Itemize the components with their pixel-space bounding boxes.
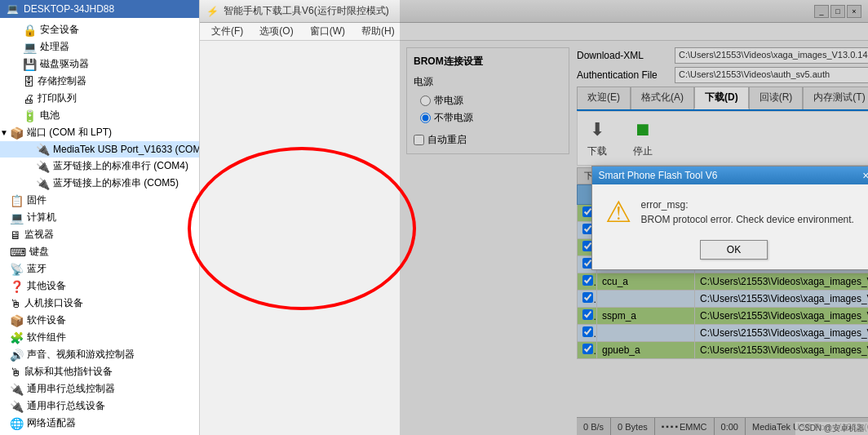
tree-item-label: 蓝牙 bbox=[27, 262, 46, 276]
tree-item-icon: 📦 bbox=[10, 314, 24, 327]
tree-item-label: 通用串行总线设备 bbox=[27, 399, 105, 413]
tree-item-icon: 🔊 bbox=[10, 348, 24, 362]
tree-item-icon: 🔌 bbox=[10, 400, 24, 413]
tree-item[interactable]: 🔌MediaTek USB Port_V1633 (COM3) bbox=[0, 141, 199, 158]
tree-item-icon: 🔌 bbox=[36, 143, 50, 156]
tree-item[interactable]: 🔌通用串行总线控制器 bbox=[0, 380, 199, 397]
tree-item[interactable]: 📦软件设备 bbox=[0, 312, 199, 329]
tree-item[interactable]: 🔌通用串行总线设备 bbox=[0, 397, 199, 415]
menu-item[interactable]: 文件(F) bbox=[206, 24, 248, 39]
tree-item-icon: 🖥 bbox=[10, 229, 21, 242]
menu-item[interactable]: 帮助(H) bbox=[356, 24, 400, 39]
device-manager-header: 💻 DESKTOP-34JHD88 bbox=[0, 0, 199, 18]
tree-item-label: MediaTek USB Port_V1633 (COM3) bbox=[53, 144, 199, 155]
warning-icon: ⚠ bbox=[605, 198, 631, 227]
tree-item-icon: 🔌 bbox=[36, 177, 50, 190]
dialog-title: Smart Phone Flash Tool V6 bbox=[599, 170, 718, 181]
tree-item-label: 蓝牙链接上的标准串行 (COM4) bbox=[53, 159, 188, 173]
tree-item-icon: 📋 bbox=[10, 194, 24, 207]
tree-item-icon: 📦 bbox=[10, 127, 24, 140]
tree-item-label: 监视器 bbox=[24, 228, 54, 242]
tree-item-label: 软件设备 bbox=[27, 313, 66, 327]
tree-item-icon: 💻 bbox=[10, 211, 24, 224]
dialog-footer: OK bbox=[592, 233, 869, 269]
tree-item-label: 安全设备 bbox=[40, 23, 79, 37]
tree-item-icon: 📡 bbox=[10, 263, 24, 276]
tree-item-label: 计算机 bbox=[27, 211, 56, 224]
tree-item[interactable]: ▼📦端口 (COM 和 LPT) bbox=[0, 124, 199, 141]
tree-item-label: 其他设备 bbox=[27, 279, 66, 293]
tree-item[interactable]: 🖱鼠标和其他指针设备 bbox=[0, 363, 199, 380]
error-dialog: Smart Phone Flash Tool V6 × ⚠ error_msg:… bbox=[591, 166, 869, 270]
computer-icon: 💻 bbox=[7, 3, 19, 15]
tree-item-label: 电池 bbox=[40, 109, 60, 122]
tree-item-icon: 🧩 bbox=[10, 331, 24, 344]
tree-item[interactable]: 📋固件 bbox=[0, 192, 199, 209]
device-tree[interactable]: 🔒安全设备💻处理器💾磁盘驱动器🗄存储控制器🖨打印队列🔋电池▼📦端口 (COM 和… bbox=[0, 18, 199, 430]
tree-item[interactable]: ❓其他设备 bbox=[0, 277, 199, 295]
dialog-message-line1: error_msg: bbox=[641, 198, 854, 212]
device-manager-panel: 💻 DESKTOP-34JHD88 🔒安全设备💻处理器💾磁盘驱动器🗄存储控制器🖨… bbox=[0, 0, 200, 435]
main-window: ⚡ 智能手机下载工具V6(运行时限控模式) _ □ × 文件(F)选项(O)窗口… bbox=[200, 0, 868, 435]
tree-item-label: 通用串行总线控制器 bbox=[27, 382, 115, 396]
tree-item-label: 固件 bbox=[27, 193, 46, 207]
tree-item[interactable]: 🗄存储控制器 bbox=[0, 73, 199, 90]
tree-item[interactable]: 🔒安全设备 bbox=[0, 21, 199, 38]
app-icon: ⚡ bbox=[206, 6, 219, 17]
dialog-message-line2: BROM protocol error. Check device enviro… bbox=[641, 212, 854, 227]
tree-item-icon: 🖱 bbox=[10, 297, 21, 310]
tree-item[interactable]: 🔊声音、视频和游戏控制器 bbox=[0, 346, 199, 363]
tree-item-label: 端口 (COM 和 LPT) bbox=[27, 126, 112, 140]
tree-item-icon: 💻 bbox=[23, 41, 37, 54]
dialog-close-button[interactable]: × bbox=[862, 170, 868, 181]
tree-item-icon: 🗄 bbox=[23, 75, 34, 88]
tree-item-label: 鼠标和其他指针设备 bbox=[24, 365, 113, 379]
tree-item[interactable]: 💻处理器 bbox=[0, 38, 199, 55]
tree-item-icon: 🔌 bbox=[36, 160, 50, 173]
tree-item[interactable]: 🖱人机接口设备 bbox=[0, 295, 199, 312]
tree-item-label: 打印队列 bbox=[38, 91, 77, 105]
tree-item-label: 软件组件 bbox=[27, 331, 66, 344]
tree-item[interactable]: 💻计算机 bbox=[0, 209, 199, 226]
device-manager-title: DESKTOP-34JHD88 bbox=[24, 3, 114, 15]
tree-item[interactable]: 🔋电池 bbox=[0, 107, 199, 124]
tree-item[interactable]: 🌐网络适配器 bbox=[0, 415, 199, 430]
tree-item[interactable]: 💾磁盘驱动器 bbox=[0, 55, 199, 73]
tree-item-icon: 🖱 bbox=[10, 366, 21, 379]
tree-item-label: 键盘 bbox=[29, 245, 49, 259]
dialog-titlebar: Smart Phone Flash Tool V6 × bbox=[592, 166, 869, 184]
tree-item[interactable]: 🖨打印队列 bbox=[0, 90, 199, 107]
tree-item-label: 人机接口设备 bbox=[24, 296, 83, 310]
tree-item-icon: 🌐 bbox=[10, 417, 24, 430]
tree-item[interactable]: 🔌蓝牙链接上的标准串行 (COM4) bbox=[0, 158, 199, 175]
tree-item-icon: ❓ bbox=[10, 280, 24, 293]
dialog-body: ⚠ error_msg: BROM protocol error. Check … bbox=[592, 184, 869, 233]
tree-item-label: 磁盘驱动器 bbox=[40, 57, 89, 71]
tree-item-icon: 🔒 bbox=[23, 24, 37, 37]
tree-item-label: 网络适配器 bbox=[27, 416, 76, 430]
tree-item-label: 处理器 bbox=[40, 40, 69, 54]
tree-item-icon: 🔌 bbox=[10, 383, 24, 396]
tree-item-icon: ⌨ bbox=[10, 246, 26, 259]
dialog-ok-button[interactable]: OK bbox=[700, 240, 768, 260]
tree-item[interactable]: 🧩软件组件 bbox=[0, 329, 199, 346]
tree-item-label: 声音、视频和游戏控制器 bbox=[27, 348, 135, 362]
tree-item[interactable]: 🔌蓝牙链接上的标准串 (COM5) bbox=[0, 175, 199, 192]
menu-item[interactable]: 选项(O) bbox=[255, 24, 298, 39]
tree-item[interactable]: 📡蓝牙 bbox=[0, 260, 199, 277]
app-title-text: 智能手机下载工具V6(运行时限控模式) bbox=[224, 4, 389, 18]
dialog-overlay: Smart Phone Flash Tool V6 × ⚠ error_msg:… bbox=[400, 0, 868, 435]
dialog-message: error_msg: BROM protocol error. Check de… bbox=[641, 198, 854, 227]
tree-item-label: 存储控制器 bbox=[38, 74, 86, 88]
menu-item[interactable]: 窗口(W) bbox=[305, 24, 350, 39]
tree-item-icon: 🖨 bbox=[23, 92, 34, 105]
tree-item-label: 蓝牙链接上的标准串 (COM5) bbox=[53, 176, 179, 190]
tree-item[interactable]: ⌨键盘 bbox=[0, 243, 199, 260]
app-title: ⚡ 智能手机下载工具V6(运行时限控模式) bbox=[206, 4, 389, 18]
tree-item[interactable]: 🖥监视器 bbox=[0, 226, 199, 243]
tree-arrow: ▼ bbox=[0, 128, 10, 137]
tree-item-icon: 🔋 bbox=[23, 109, 37, 122]
tree-item-icon: 💾 bbox=[23, 58, 37, 71]
